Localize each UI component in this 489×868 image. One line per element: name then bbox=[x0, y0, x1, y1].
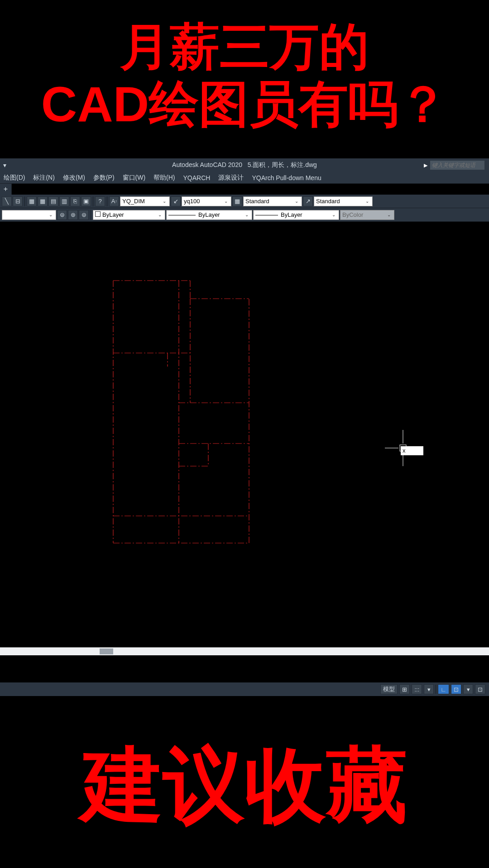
horizontal-scrollbar[interactable] bbox=[0, 647, 489, 655]
new-tab-button[interactable]: + bbox=[0, 184, 12, 195]
scrollbar-thumb[interactable] bbox=[100, 649, 113, 654]
mleader-icon[interactable]: ↗ bbox=[303, 196, 313, 206]
overlay-top-text: 月薪三万的 CAD绘图员有吗？ bbox=[0, 18, 489, 133]
layer-prev-icon[interactable]: ⊜ bbox=[79, 210, 89, 220]
status-ortho-icon[interactable]: ∟ bbox=[438, 684, 449, 694]
menu-yqarch-pulldown[interactable]: YQArch Pull-down Menu bbox=[252, 174, 321, 181]
tablestyle-select[interactable]: Standard⌄ bbox=[243, 196, 302, 206]
drawing-canvas[interactable]: x bbox=[0, 222, 489, 647]
scale-select[interactable]: yq100⌄ bbox=[182, 196, 231, 206]
title-bar: ▾ Autodesk AutoCAD 2020 5.面积，周长，标注.dwg ▶ bbox=[0, 158, 489, 172]
linetype-select[interactable]: ByLayer⌄ bbox=[166, 210, 252, 220]
menu-draw[interactable]: 绘图(D) bbox=[4, 174, 25, 182]
layer-select[interactable]: ⌄ bbox=[2, 210, 56, 220]
layer-iso-icon[interactable]: ⊛ bbox=[68, 210, 78, 220]
layer-states-icon[interactable]: ⊜ bbox=[57, 210, 67, 220]
menu-window[interactable]: 窗口(W) bbox=[123, 174, 146, 182]
search-input[interactable] bbox=[430, 161, 484, 170]
menu-modify[interactable]: 修改(M) bbox=[63, 174, 85, 182]
overlay-line2: CAD绘图员有吗？ bbox=[0, 76, 489, 133]
color-select[interactable]: ByLayer⌄ bbox=[93, 210, 165, 220]
sheet-icon[interactable]: ▥ bbox=[59, 196, 69, 206]
plotstyle-select: ByColor⌄ bbox=[340, 210, 394, 220]
status-grid-icon[interactable]: ⊞ bbox=[399, 684, 410, 694]
status-bar: 模型 ⊞ ::: ▾ ∟ ⊡ ▾ ⊡ bbox=[0, 682, 489, 696]
overlay-line1: 月薪三万的 bbox=[0, 18, 489, 76]
menu-yuanquan[interactable]: 源泉设计 bbox=[218, 174, 244, 182]
table-style-icon[interactable]: ▦ bbox=[232, 196, 242, 206]
help-icon[interactable]: ? bbox=[95, 196, 105, 206]
toolbar-styles: ╲ ⊟ ▦ ▦ ▤ ▥ ⎘ ▣ ? A↕ YQ_DIM⌄ ↙ yq100⌄ ▦ … bbox=[0, 195, 489, 208]
tool-icon[interactable]: ▣ bbox=[81, 196, 91, 206]
model-tab[interactable]: 模型 bbox=[380, 684, 398, 694]
menu-dimension[interactable]: 标注(N) bbox=[33, 174, 54, 182]
menu-yqarch[interactable]: YQARCH bbox=[183, 174, 211, 181]
overlay-bottom-text: 建议收藏 bbox=[0, 731, 489, 841]
status-lwt-icon[interactable]: ⊡ bbox=[475, 684, 485, 694]
grid-icon[interactable]: ▦ bbox=[38, 196, 48, 206]
dynamic-input[interactable]: x bbox=[401, 446, 423, 455]
lineweight-select[interactable]: ByLayer⌄ bbox=[253, 210, 339, 220]
list-icon[interactable]: ▤ bbox=[48, 196, 58, 206]
title-text: Autodesk AutoCAD 2020 5.面积，周长，标注.dwg bbox=[172, 161, 317, 169]
dim-tool-icon[interactable]: ╲ bbox=[2, 196, 12, 206]
status-dropdown-icon[interactable]: ▾ bbox=[424, 684, 434, 694]
dim-linear-icon[interactable]: ⊟ bbox=[13, 196, 23, 206]
status-polar-icon[interactable]: ⊡ bbox=[451, 684, 461, 694]
status-snap-icon[interactable]: ::: bbox=[412, 684, 422, 694]
table-icon[interactable]: ▦ bbox=[27, 196, 37, 206]
menu-parametric[interactable]: 参数(P) bbox=[93, 174, 115, 182]
text-a-icon[interactable]: A↕ bbox=[109, 196, 119, 206]
autocad-window: ▾ Autodesk AutoCAD 2020 5.面积，周长，标注.dwg ▶… bbox=[0, 158, 489, 696]
status-osnap-dropdown-icon[interactable]: ▾ bbox=[463, 684, 473, 694]
dim-update-icon[interactable]: ↙ bbox=[171, 196, 181, 206]
floorplan-drawing bbox=[104, 262, 285, 579]
toolbar-properties: ⌄ ⊜ ⊛ ⊜ ByLayer⌄ ByLayer⌄ ByLayer⌄ ByCol… bbox=[0, 208, 489, 222]
mleaderstyle-select[interactable]: Standard⌄ bbox=[314, 196, 373, 206]
search-area: ▶ bbox=[424, 161, 484, 170]
dimstyle-select[interactable]: YQ_DIM⌄ bbox=[120, 196, 170, 206]
copy-icon[interactable]: ⎘ bbox=[70, 196, 80, 206]
qat-dropdown-icon[interactable]: ▾ bbox=[0, 162, 9, 169]
menu-help[interactable]: 帮助(H) bbox=[153, 174, 175, 182]
menu-bar: 绘图(D) 标注(N) 修改(M) 参数(P) 窗口(W) 帮助(H) YQAR… bbox=[0, 172, 489, 184]
search-arrow-icon: ▶ bbox=[424, 162, 427, 168]
